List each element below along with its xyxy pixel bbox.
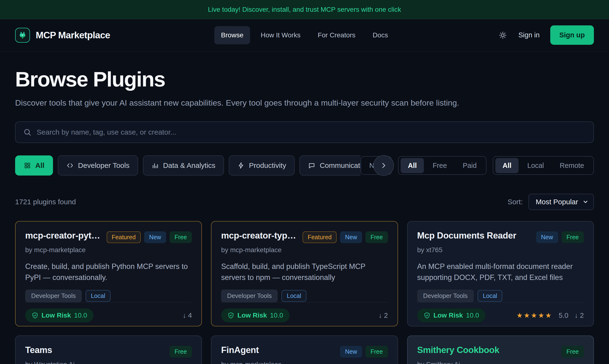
downloads: ↓4 (183, 312, 192, 319)
featured-badge: Featured (107, 231, 141, 243)
plugin-author: by xt765 (417, 246, 584, 254)
category-chip-developer-tools[interactable]: Developer Tools (58, 156, 138, 176)
category-chip-productivity[interactable]: Productivity (229, 156, 295, 176)
divider (417, 302, 584, 302)
sun-icon[interactable] (498, 30, 508, 40)
page-title: Browse Plugins (15, 67, 594, 91)
risk-badge: Low Risk 10.0 (417, 308, 485, 322)
results-count: 1721 plugins found (15, 198, 76, 206)
price-free[interactable]: Free (425, 158, 454, 173)
free-badge: Free (365, 346, 388, 358)
plugin-grid: mcp-creator-python Featured New Free by … (15, 221, 594, 364)
lightning-icon (237, 162, 245, 169)
plugin-title: FinAgent (221, 345, 340, 355)
plugin-card-smithery-cookbook[interactable]: Smithery Cookbook Free by Smithery Ai A … (407, 336, 594, 364)
divider (25, 302, 192, 302)
shield-check-icon (32, 312, 38, 319)
downloads: ↓2 (574, 312, 584, 319)
download-arrow-icon: ↓ (183, 312, 186, 319)
sign-in-link[interactable]: Sign in (518, 31, 540, 39)
price-all[interactable]: All (401, 158, 424, 173)
nav-how-it-works[interactable]: How It Works (254, 26, 307, 44)
plugin-card-mcp-creator-typescript[interactable]: mcp-creator-typescri... Featured New Fre… (211, 221, 398, 326)
brand-title: MCP Marketplace (36, 30, 110, 40)
plug-logo-icon (15, 28, 30, 43)
chat-bubble-icon (308, 162, 315, 169)
plugin-card-teams[interactable]: Teams Free by Waystation Ai Collaborate,… (15, 336, 202, 364)
hero: Browse Plugins Discover tools that give … (0, 67, 609, 107)
plugin-title: Teams (25, 345, 169, 355)
category-chip-data-analytics[interactable]: Data & Analytics (143, 156, 224, 176)
plugin-card-mcp-creator-python[interactable]: mcp-creator-python Featured New Free by … (15, 221, 202, 326)
category-tag: Developer Tools (221, 289, 278, 302)
chevron-right-icon (380, 162, 387, 169)
price-paid[interactable]: Paid (456, 158, 484, 173)
new-badge: New (536, 231, 558, 243)
plugin-author: by mcp-marketplace (25, 246, 192, 254)
risk-badge: Low Risk 10.0 (221, 308, 289, 322)
brand[interactable]: MCP Marketplace (15, 28, 110, 43)
divider (221, 302, 388, 302)
category-chips: All Developer Tools Data & Analytics Pro… (15, 156, 360, 176)
plugin-description: Scaffold, build, and publish TypeScript … (221, 261, 388, 283)
quick-filters: New All Free Paid All Local Remote (360, 156, 594, 175)
code-icon (66, 162, 74, 169)
star-rating-icon: ★★★★★ (516, 311, 553, 319)
category-tag: Developer Tools (25, 289, 82, 302)
results-row: 1721 plugins found Sort: Most Popular (15, 194, 594, 210)
header: MCP Marketplace Browse How It Works For … (0, 19, 609, 51)
nav-for-creators[interactable]: For Creators (311, 26, 362, 44)
plugin-title: Smithery Cookbook (417, 345, 562, 355)
shield-check-icon (228, 312, 234, 319)
sort-control: Sort: Most Popular (508, 194, 594, 210)
search-bar[interactable] (15, 121, 594, 143)
local-tag: Local (478, 290, 502, 302)
chevron-down-icon (582, 199, 589, 205)
bar-chart-icon (152, 162, 159, 169)
sign-up-button[interactable]: Sign up (550, 25, 594, 45)
free-badge: Free (365, 231, 388, 243)
nav-docs[interactable]: Docs (366, 26, 395, 44)
page-subtitle: Discover tools that give your AI assista… (15, 98, 594, 107)
location-all[interactable]: All (495, 158, 519, 173)
plugin-card-finagent[interactable]: FinAgent New Free by mcp-marketplace Exp… (211, 336, 398, 364)
free-badge: Free (169, 231, 192, 243)
scroll-right-button[interactable] (373, 155, 394, 176)
local-tag: Local (281, 290, 306, 302)
shield-check-icon (424, 312, 430, 319)
new-badge: New (340, 231, 362, 243)
rating-value: 5.0 (559, 312, 568, 319)
sort-label: Sort: (508, 198, 523, 206)
plugin-description: An MCP enabled multi-format document rea… (417, 261, 584, 283)
plugin-author: by mcp-marketplace (221, 361, 388, 364)
plugin-author: by Waystation Ai (25, 361, 192, 364)
new-badge: New (340, 346, 362, 358)
plugin-title: mcp-creator-python (25, 231, 107, 241)
filter-row: All Developer Tools Data & Analytics Pro… (15, 156, 594, 176)
free-badge: Free (562, 231, 584, 243)
downloads: ↓2 (379, 312, 388, 319)
nav-browse[interactable]: Browse (214, 26, 250, 44)
category-tag: Developer Tools (417, 289, 474, 302)
plugin-author: by mcp-marketplace (221, 246, 388, 254)
plugin-author: by Smithery Ai (417, 361, 584, 364)
local-tag: Local (86, 290, 111, 302)
download-arrow-icon: ↓ (379, 312, 382, 319)
location-local[interactable]: Local (520, 158, 551, 173)
category-chip-communication[interactable]: Communication (299, 156, 360, 176)
search-input[interactable] (37, 128, 586, 136)
price-segment: All Free Paid (398, 156, 486, 175)
grid-icon (24, 162, 31, 169)
search-icon (23, 128, 31, 136)
free-badge: Free (169, 346, 192, 358)
location-remote[interactable]: Remote (553, 158, 591, 173)
plugin-card-mcp-documents-reader[interactable]: Mcp Documents Reader New Free by xt765 A… (407, 221, 594, 326)
download-arrow-icon: ↓ (574, 312, 578, 319)
category-chip-all[interactable]: All (15, 156, 53, 176)
free-badge: Free (562, 346, 584, 358)
featured-badge: Featured (303, 231, 337, 243)
plugin-title: Mcp Documents Reader (417, 231, 536, 241)
main-nav: Browse How It Works For Creators Docs (214, 26, 395, 44)
risk-badge: Low Risk 10.0 (25, 308, 94, 322)
sort-dropdown[interactable]: Most Popular (528, 194, 594, 210)
